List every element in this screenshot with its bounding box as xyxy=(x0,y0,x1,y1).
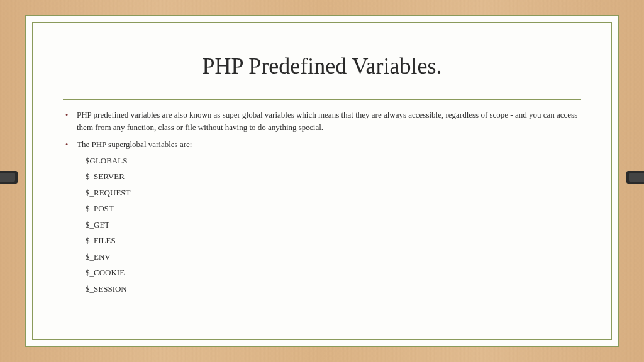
title-divider xyxy=(63,99,581,100)
slide-content: PHP predefined variables are also known … xyxy=(63,109,581,295)
sub-item: $_REQUEST xyxy=(86,187,581,199)
sub-item: $_SESSION xyxy=(86,283,581,295)
sub-item: $_SERVER xyxy=(86,170,581,183)
slide-inner-frame: PHP Predefined Variables. PHP predefined… xyxy=(32,22,612,340)
sub-item: $_FILES xyxy=(86,234,581,247)
sub-list: $GLOBALS $_SERVER $_REQUEST $_POST $_GET… xyxy=(77,155,581,295)
sub-item: $_ENV xyxy=(86,251,581,263)
bullet-item: The PHP superglobal variables are: $GLOB… xyxy=(63,138,581,295)
slide-tab-left xyxy=(0,171,18,184)
sub-item: $_GET xyxy=(86,219,581,231)
bullet-text: The PHP superglobal variables are: xyxy=(77,140,192,149)
bullet-text: PHP predefined variables are also known … xyxy=(77,110,577,132)
slide-outer-frame: PHP Predefined Variables. PHP predefined… xyxy=(25,15,619,347)
slide-title: PHP Predefined Variables. xyxy=(63,53,581,79)
bullet-list: PHP predefined variables are also known … xyxy=(63,109,581,295)
sub-item: $_COOKIE xyxy=(86,266,581,279)
bullet-item: PHP predefined variables are also known … xyxy=(63,109,581,133)
sub-item: $GLOBALS xyxy=(86,155,581,167)
sub-item: $_POST xyxy=(86,202,581,215)
slide-tab-right xyxy=(626,171,644,184)
